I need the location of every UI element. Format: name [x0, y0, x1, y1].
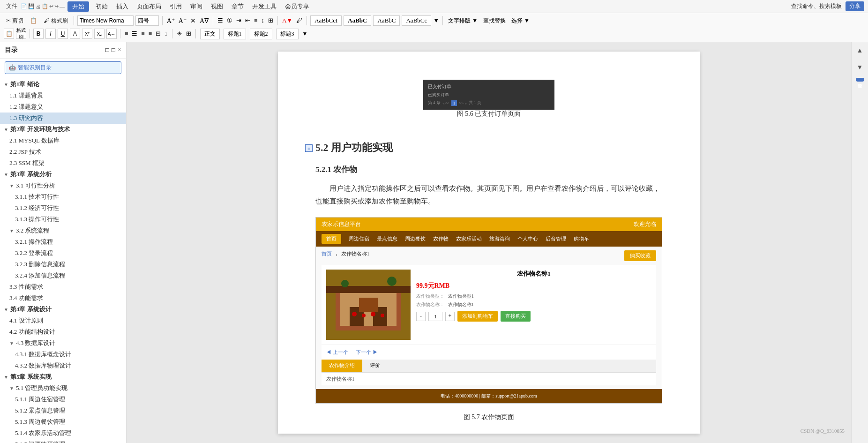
sidebar-item-ch2[interactable]: ▼ 第2章 开发环境与技术 — [0, 124, 126, 135]
start-menu-btn[interactable]: 开始 — [67, 1, 89, 12]
superscript-btn[interactable]: X² — [82, 29, 92, 39]
preset-h1[interactable]: AaBbC — [344, 15, 371, 26]
sc-add-to-cart-btn[interactable]: 添加到购物车 — [457, 311, 498, 322]
menu-vip[interactable]: 会员专享 — [281, 1, 313, 12]
sc-buy-collect-btn[interactable]: 购买收藏 — [624, 250, 656, 261]
sidebar-item-1-2[interactable]: 1.2 课题意义 — [0, 101, 126, 113]
sidebar-item-2-1[interactable]: 2.1 MYSQL 数据库 — [0, 135, 126, 146]
bullet-list-btn[interactable]: ☰ — [217, 17, 223, 24]
menu-chapter[interactable]: 章节 — [228, 1, 247, 12]
sc-nav-hotels[interactable]: 周边住宿 — [349, 235, 369, 242]
sc-nav-cart[interactable]: 购物车 — [574, 235, 589, 242]
find-replace-btn[interactable]: 查找替换 — [483, 17, 506, 25]
preset-h3[interactable]: AaBbCc — [402, 15, 431, 26]
sidebar-item-5-1-4[interactable]: 5.1.4 农家乐活动管理 — [0, 428, 126, 439]
format-btn[interactable]: 格式刷 — [16, 29, 26, 39]
align-center-btn[interactable]: ☰ — [132, 30, 137, 38]
paper-check-btn[interactable]: 论文查重 — [856, 78, 864, 82]
format-paint-button[interactable]: 🖌 格式刷 — [41, 16, 70, 26]
align-left-btn2[interactable]: ≡ — [125, 30, 128, 38]
sc-nav-crops[interactable]: 农作物 — [433, 235, 449, 242]
sidebar-item-4-3[interactable]: ▼ 4.3 数据库设计 — [0, 338, 126, 349]
sidebar-item-2-3[interactable]: 2.3 SSM 框架 — [0, 158, 126, 169]
sidebar-item-5-1-1[interactable]: 5.1.1 周边住宿管理 — [0, 394, 126, 405]
style-h1-tab[interactable]: 标题1 — [224, 29, 246, 39]
sc-breadcrumb-home[interactable]: 首页 — [322, 250, 332, 257]
style-expand-btn[interactable]: ▼ — [302, 30, 308, 38]
sc-prev-btn[interactable]: ◀ 上一个 — [326, 349, 348, 356]
sc-qty-plus[interactable]: + — [445, 312, 455, 321]
sidebar-item-3-2-1[interactable]: 3.2.1 操作流程 — [0, 236, 126, 248]
justify-btn[interactable]: ≡ — [149, 30, 152, 38]
sidebar-item-3-1-1[interactable]: 3.1.1 技术可行性 — [0, 191, 126, 203]
scroll-down-btn[interactable]: ▼ — [853, 61, 867, 74]
sidebar-item-3-1-2[interactable]: 3.1.2 经济可行性 — [0, 203, 126, 214]
scroll-up-btn[interactable]: ▲ — [853, 44, 867, 57]
style-h2-tab[interactable]: 标题2 — [250, 29, 272, 39]
sidebar-ai-btn[interactable]: 🤖 智能识别目录 — [5, 61, 121, 74]
text-layout-btn[interactable]: 文字排版 ▼ — [448, 17, 478, 25]
clear-format-btn[interactable]: ✕ — [190, 17, 196, 25]
share-button[interactable]: 分享 — [846, 1, 864, 11]
sidebar-checkbox-all[interactable]: ☐ ☐ — [105, 47, 116, 53]
number-list-btn[interactable]: ① — [227, 17, 232, 24]
sc-nav-home[interactable]: 首页 — [322, 234, 341, 244]
menu-dev[interactable]: 开发工具 — [248, 1, 280, 12]
line-space-btn2[interactable]: ↕ — [165, 30, 168, 38]
sidebar-item-ch5[interactable]: ▼ 第5章 系统实现 — [0, 371, 126, 383]
font-size-input[interactable] — [135, 15, 159, 26]
sidebar-item-ch3[interactable]: ▼ 第3章 系统分析 — [0, 169, 126, 180]
sidebar-item-1-3[interactable]: 1.3 研究内容 — [0, 113, 126, 124]
sc-nav-tourism[interactable]: 旅游咨询 — [489, 235, 510, 242]
line-spacing-btn[interactable]: ↕ — [261, 17, 264, 24]
select-btn[interactable]: 选择 ▼ — [511, 17, 530, 25]
sc-qty-minus[interactable]: - — [416, 312, 426, 321]
menu-page-layout[interactable]: 页面布局 — [133, 1, 165, 12]
sc-nav-profile[interactable]: 个人中心 — [517, 235, 538, 242]
text-color-btn[interactable]: A▼ — [282, 17, 292, 24]
sidebar-item-4-3-1[interactable]: 4.3.1 数据库概念设计 — [0, 349, 126, 360]
sc-direct-buy-btn[interactable]: 直接购买 — [501, 311, 531, 322]
menu-view[interactable]: 视图 — [207, 1, 227, 12]
char-space-btn[interactable]: A↔ — [106, 29, 117, 39]
menu-reference[interactable]: 引用 — [166, 1, 186, 12]
sidebar-item-3-1[interactable]: ▼ 3.1 可行性分析 — [0, 180, 126, 191]
indent-decrease-btn[interactable]: ⇤ — [245, 17, 250, 24]
menu-file[interactable]: 文件 — [4, 1, 20, 11]
sidebar-item-ch1[interactable]: ▼ 第1章 绪论 — [0, 79, 126, 90]
font-shrink-btn[interactable]: A⁻ — [179, 17, 187, 25]
align-right-btn[interactable]: ≡ — [141, 30, 144, 38]
sc-nav-activities[interactable]: 农家乐活动 — [456, 235, 482, 242]
sc-nav-attractions[interactable]: 景点信息 — [377, 235, 397, 242]
redo-icon[interactable]: ↪ — [54, 3, 59, 9]
preset-expand-btn[interactable]: ▼ — [433, 17, 439, 24]
sidebar-item-3-2-2[interactable]: 3.2.2 登录流程 — [0, 248, 126, 259]
subscript-btn[interactable]: X₂ — [94, 29, 105, 39]
sidebar-item-3-2[interactable]: ▼ 3.2 系统流程 — [0, 225, 126, 236]
border-btn2[interactable]: ⊞ — [186, 30, 191, 38]
sc-next-btn[interactable]: 下一个 ▶ — [356, 349, 378, 356]
sc-tab-intro[interactable]: 农作物介绍 — [322, 360, 362, 372]
undo-icon[interactable]: ↩ — [49, 3, 53, 9]
sidebar-close-btn[interactable]: × — [118, 46, 121, 54]
preset-normal[interactable]: AaBbCcI — [310, 15, 342, 26]
sidebar-item-3-2-4[interactable]: 3.2.4 添加信息流程 — [0, 270, 126, 281]
cut-button[interactable]: ✂ 剪切 — [4, 16, 26, 26]
sidebar-item-2-2[interactable]: 2.2 JSP 技术 — [0, 146, 126, 158]
align-left-btn[interactable]: ≡ — [254, 17, 257, 24]
font-family-input[interactable] — [77, 15, 134, 26]
sidebar-item-1-1[interactable]: 1.1 课题背景 — [0, 90, 126, 101]
sc-nav-admin[interactable]: 后台管理 — [546, 235, 566, 242]
sidebar-item-ch4[interactable]: ▼ 第4章 系统设计 — [0, 304, 126, 315]
sidebar-item-3-4[interactable]: 3.4 功能需求 — [0, 293, 126, 304]
sidebar-item-5-1-3[interactable]: 5.1.3 周边餐饮管理 — [0, 416, 126, 428]
border-btn[interactable]: ⊞ — [268, 17, 273, 24]
anchor-icon-52[interactable]: ≡ — [305, 144, 313, 152]
style-normal-tab[interactable]: 正文 — [200, 29, 220, 39]
paste-options-btn[interactable]: 📋 — [4, 29, 14, 39]
text-effect-btn[interactable]: A∇ — [200, 17, 209, 25]
sidebar-item-4-3-2[interactable]: 4.3.2 数据库物理设计 — [0, 360, 126, 371]
sidebar-item-4-2[interactable]: 4.2 功能结构设计 — [0, 326, 126, 338]
indent-increase-btn[interactable]: ⇥ — [236, 17, 241, 24]
bold-button[interactable]: B — [33, 29, 44, 39]
